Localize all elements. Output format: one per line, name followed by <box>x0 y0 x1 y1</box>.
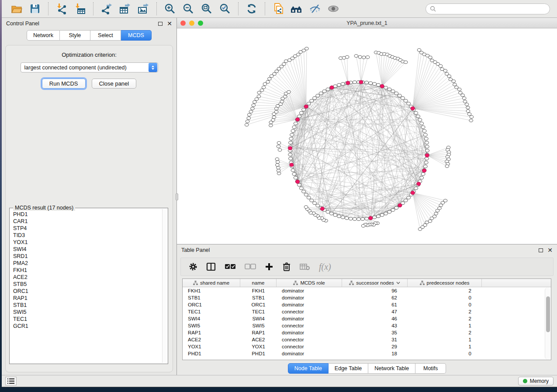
export-network-button[interactable] <box>99 2 114 16</box>
table-scrollbar[interactable] <box>545 288 550 359</box>
network-leaf-node[interactable] <box>459 91 462 94</box>
network-leaf-node[interactable] <box>358 55 362 58</box>
network-leaf-node[interactable] <box>268 77 271 80</box>
network-leaf-node[interactable] <box>274 110 278 113</box>
select-all-columns-button[interactable] <box>225 263 236 270</box>
network-leaf-node[interactable] <box>270 75 273 78</box>
network-leaf-node[interactable] <box>276 164 279 167</box>
close-panel-button[interactable]: Close panel <box>92 79 137 89</box>
network-leaf-node[interactable] <box>470 116 473 119</box>
network-node[interactable] <box>421 172 425 175</box>
network-node[interactable] <box>423 133 427 136</box>
tab-network-table[interactable]: Network Table <box>368 363 415 374</box>
mcds-hub-node[interactable] <box>296 180 300 183</box>
network-node[interactable] <box>353 81 356 84</box>
network-node[interactable] <box>291 130 295 133</box>
network-node[interactable] <box>299 111 303 114</box>
network-node[interactable] <box>398 94 401 97</box>
network-leaf-node[interactable] <box>278 148 281 151</box>
network-node[interactable] <box>384 86 388 89</box>
network-leaf-node[interactable] <box>272 116 276 119</box>
network-node[interactable] <box>292 172 296 175</box>
mcds-hub-node[interactable] <box>290 163 294 166</box>
network-canvas[interactable] <box>177 28 557 244</box>
network-leaf-node[interactable] <box>434 212 438 215</box>
network-leaf-node[interactable] <box>469 119 473 122</box>
network-leaf-node[interactable] <box>275 158 279 161</box>
network-node[interactable] <box>302 190 306 193</box>
mcds-hub-node[interactable] <box>330 86 334 89</box>
network-leaf-node[interactable] <box>275 70 278 73</box>
network-leaf-node[interactable] <box>277 172 280 175</box>
network-node[interactable] <box>424 137 428 140</box>
open-file-button[interactable] <box>9 2 24 16</box>
network-node[interactable] <box>420 176 424 179</box>
column-header-MCDS-role[interactable]: MCDS role <box>277 279 342 287</box>
network-node[interactable] <box>353 217 356 220</box>
network-node[interactable] <box>289 137 293 140</box>
show-all-button[interactable] <box>325 2 341 16</box>
tab-style[interactable]: Style <box>60 30 90 41</box>
network-leaf-node[interactable] <box>305 47 308 50</box>
network-node[interactable] <box>418 118 422 121</box>
tab-edge-table[interactable]: Edge Table <box>329 363 368 374</box>
network-node[interactable] <box>416 115 420 118</box>
network-leaf-node[interactable] <box>467 113 471 116</box>
network-leaf-node[interactable] <box>452 80 455 83</box>
network-node[interactable] <box>401 96 405 100</box>
network-leaf-node[interactable] <box>246 120 249 123</box>
mcds-hub-node[interactable] <box>380 84 384 88</box>
network-leaf-node[interactable] <box>271 119 275 122</box>
network-leaf-node[interactable] <box>465 103 468 106</box>
first-neighbors-button[interactable] <box>289 2 304 16</box>
network-node[interactable] <box>420 122 424 125</box>
mcds-result-item[interactable]: SWI5 <box>13 309 162 316</box>
network-leaf-node[interactable] <box>287 90 291 93</box>
network-leaf-node[interactable] <box>269 124 273 127</box>
column-header-successor-nodes[interactable]: successor nodes <box>342 279 408 287</box>
refresh-layout-button[interactable] <box>244 2 259 16</box>
network-leaf-node[interactable] <box>436 209 439 212</box>
memory-button[interactable]: Memory <box>518 377 554 385</box>
mcds-hub-node[interactable] <box>417 182 421 186</box>
network-node[interactable] <box>357 218 361 221</box>
network-node[interactable] <box>345 217 349 220</box>
network-node[interactable] <box>380 213 384 217</box>
table-row[interactable]: TEC1TEC1connector472 <box>183 308 551 315</box>
network-node[interactable] <box>391 209 395 212</box>
table-row[interactable]: ORC1ORC1dominator610 <box>183 301 551 308</box>
network-node[interactable] <box>361 217 365 220</box>
mcds-result-item[interactable]: TID3 <box>13 232 162 239</box>
network-leaf-node[interactable] <box>362 56 366 59</box>
network-leaf-node[interactable] <box>266 80 270 83</box>
network-leaf-node[interactable] <box>245 124 249 127</box>
network-node[interactable] <box>313 96 317 100</box>
network-leaf-node[interactable] <box>280 65 283 68</box>
run-mcds-button[interactable]: Run MCDS <box>42 79 86 89</box>
network-node[interactable] <box>425 145 429 148</box>
network-leaf-node[interactable] <box>253 100 256 103</box>
mcds-hub-node[interactable] <box>425 154 429 157</box>
network-leaf-node[interactable] <box>462 97 466 100</box>
network-node[interactable] <box>307 196 311 199</box>
table-row[interactable]: ACE2ACE2connector311 <box>183 336 551 343</box>
float-table-panel-icon[interactable] <box>539 248 543 252</box>
zoom-selected-button[interactable] <box>217 2 233 16</box>
mcds-hub-node[interactable] <box>411 191 415 194</box>
table-row[interactable]: RAP1RAP1dominator352 <box>183 329 551 336</box>
table-row[interactable]: YOX1YOX1connector291 <box>183 343 551 350</box>
network-leaf-node[interactable] <box>429 56 432 59</box>
network-leaf-node[interactable] <box>455 86 458 89</box>
table-row[interactable]: SWI4SWI4dominator462 <box>183 315 551 322</box>
task-history-button[interactable] <box>5 377 17 385</box>
network-leaf-node[interactable] <box>249 110 253 113</box>
zoom-out-button[interactable] <box>180 2 196 16</box>
network-node[interactable] <box>294 176 298 179</box>
network-leaf-node[interactable] <box>277 166 280 169</box>
network-node[interactable] <box>341 83 345 86</box>
network-node[interactable] <box>387 210 391 213</box>
network-leaf-node[interactable] <box>262 86 265 89</box>
network-node[interactable] <box>316 204 320 207</box>
network-leaf-node[interactable] <box>283 95 287 98</box>
network-leaf-node[interactable] <box>280 100 284 103</box>
